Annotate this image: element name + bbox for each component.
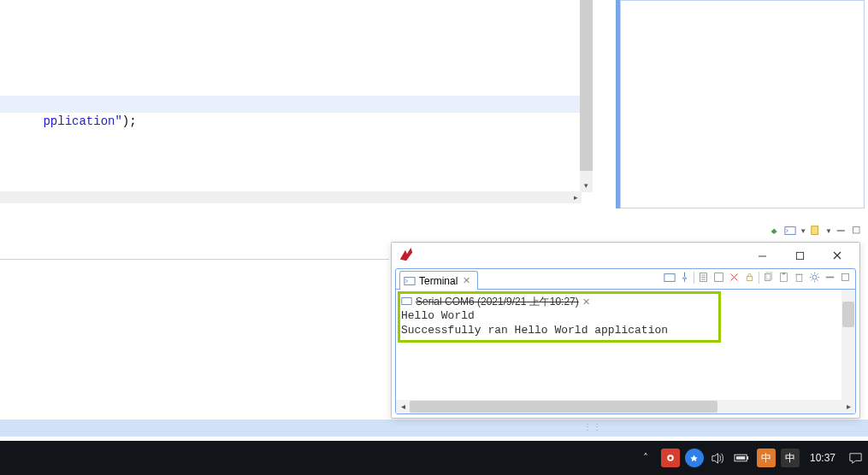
svg-rect-7 — [664, 273, 674, 281]
tray-orange-label: 中 — [761, 451, 771, 466]
scroll-lock-icon[interactable] — [697, 271, 710, 284]
side-panel — [620, 0, 865, 208]
dropdown-icon[interactable]: ▼ — [825, 227, 832, 235]
copy-icon[interactable] — [762, 271, 775, 284]
terminal-titlebar[interactable] — [392, 243, 859, 268]
terminal-horizontal-scrollbar[interactable]: ◂ ▸ — [396, 400, 855, 413]
svg-point-21 — [669, 456, 672, 460]
editor-horizontal-scrollbar[interactable]: ▸ — [0, 191, 582, 203]
svg-rect-5 — [796, 252, 803, 259]
ime-indicator[interactable]: 中 — [781, 449, 800, 467]
display-selected-console-icon[interactable] — [663, 271, 676, 284]
remove-icon[interactable] — [793, 271, 806, 284]
svg-rect-0 — [785, 227, 795, 235]
terminal-output-area[interactable]: Serial COM6 (2021/9/21 上午10:27) ✕ Hello … — [396, 290, 855, 413]
svg-rect-4 — [758, 255, 765, 256]
pin-icon[interactable] — [769, 225, 781, 237]
taskbar-clock[interactable]: 10:37 — [805, 452, 841, 464]
scroll-left-button[interactable]: ◂ — [396, 400, 410, 413]
terminal-body: Terminal ✕ — [395, 268, 856, 414]
tab-terminal[interactable]: Terminal ✕ — [399, 271, 478, 290]
console-output-text: Hello World Successfully ran Hello World… — [401, 308, 668, 337]
svg-rect-10 — [747, 277, 753, 281]
minimize-view-icon[interactable] — [824, 271, 836, 284]
clear-icon[interactable] — [728, 271, 741, 284]
svg-point-16 — [812, 275, 817, 279]
toolbar-separator — [694, 272, 694, 284]
maximize-icon[interactable] — [851, 225, 863, 237]
paste-icon[interactable] — [777, 271, 790, 284]
wrap-icon[interactable] — [712, 271, 725, 284]
terminal-window: Terminal ✕ — [391, 242, 860, 419]
svg-rect-9 — [715, 273, 723, 282]
code-editor[interactable]: pplication"); ▾ ▸ — [0, 0, 600, 208]
windows-taskbar[interactable]: ˄ 中 中 10:37 — [0, 441, 868, 475]
toolbar-separator — [759, 272, 759, 284]
window-minimize-button[interactable] — [743, 243, 781, 267]
svg-rect-14 — [782, 273, 785, 274]
app-icon — [399, 248, 414, 263]
svg-rect-18 — [842, 274, 849, 281]
tray-overflow-icon[interactable]: ˄ — [635, 448, 656, 468]
battery-icon[interactable] — [733, 449, 752, 467]
code-line[interactable]: pplication"); — [0, 96, 581, 113]
svg-rect-24 — [736, 456, 745, 460]
minimize-icon[interactable] — [836, 225, 847, 237]
terminal-tabbar: Terminal ✕ — [396, 269, 855, 290]
sash-grip-icon[interactable]: ⋮⋮ — [583, 422, 600, 434]
svg-rect-19 — [402, 297, 411, 304]
volume-icon[interactable] — [709, 449, 728, 467]
tab-close-icon[interactable]: ✕ — [463, 275, 470, 286]
ime-label: 中 — [785, 451, 795, 466]
svg-rect-6 — [404, 277, 415, 284]
code-tail: ); — [122, 114, 137, 128]
svg-rect-15 — [796, 274, 802, 281]
view-toolbar: ▼ ▼ — [726, 222, 863, 239]
scrollbar-thumb[interactable] — [410, 401, 717, 413]
svg-rect-3 — [853, 227, 860, 234]
action-center-icon[interactable] — [846, 449, 865, 467]
scrollbar-thumb[interactable] — [580, 0, 593, 171]
new-icon[interactable] — [810, 225, 822, 237]
settings-icon[interactable] — [808, 271, 821, 284]
console-icon — [401, 296, 412, 309]
window-close-button[interactable] — [818, 243, 856, 267]
svg-rect-2 — [837, 230, 845, 232]
scrollbar-track[interactable] — [410, 400, 841, 413]
maximize-view-icon[interactable] — [839, 271, 852, 284]
svg-rect-17 — [826, 277, 834, 279]
lock-icon[interactable] — [743, 271, 756, 284]
terminal-vertical-scrollbar[interactable] — [841, 290, 855, 400]
lower-tab-border — [0, 259, 389, 260]
tray-app-blue-icon[interactable] — [685, 449, 704, 467]
terminal-tab-icon — [404, 275, 416, 287]
pin-console-icon[interactable] — [678, 271, 691, 284]
scroll-right-button[interactable]: ▸ — [841, 400, 855, 413]
editor-vertical-scrollbar[interactable]: ▾ — [580, 0, 593, 192]
terminal-tab-label: Terminal — [419, 275, 458, 287]
tray-app-orange-icon[interactable]: 中 — [757, 449, 776, 467]
scrollbar-thumb[interactable] — [842, 302, 854, 327]
terminal-tab-tools — [663, 271, 852, 284]
scroll-right-button[interactable]: ▸ — [570, 191, 582, 203]
dropdown-icon[interactable]: ▼ — [800, 227, 806, 235]
console-icon[interactable] — [784, 225, 796, 237]
status-bar — [0, 419, 868, 437]
console-session-title: Serial COM6 (2021/9/21 上午10:27) — [416, 295, 579, 309]
horizontal-splitter[interactable] — [0, 215, 868, 220]
scroll-down-button[interactable]: ▾ — [580, 179, 593, 192]
console-session-header[interactable]: Serial COM6 (2021/9/21 上午10:27) ✕ — [401, 295, 590, 309]
svg-rect-23 — [747, 456, 749, 460]
console-session-close-icon[interactable]: ✕ — [582, 296, 590, 308]
tray-app-red-icon[interactable] — [661, 449, 680, 467]
window-maximize-button[interactable] — [781, 243, 818, 267]
svg-rect-1 — [812, 226, 818, 235]
code-string-fragment: pplication" — [43, 114, 121, 128]
